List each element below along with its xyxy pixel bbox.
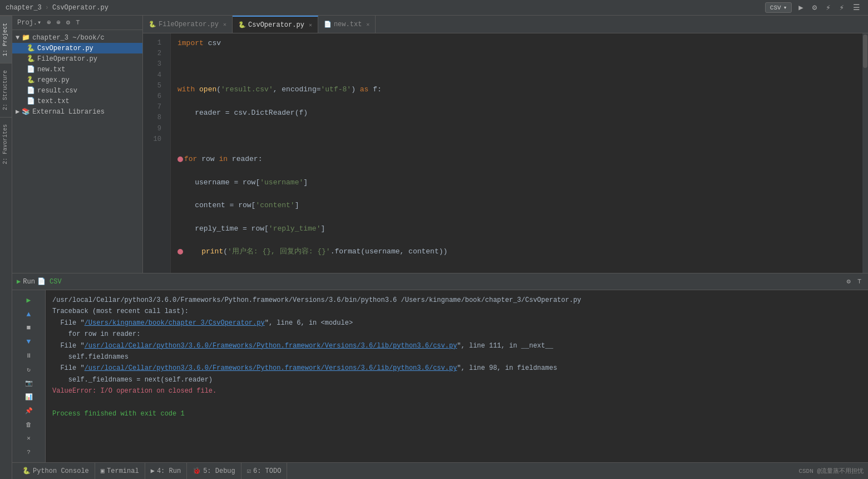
output-line-6: self.fieldnames — [52, 351, 861, 363]
run-pin-icon[interactable]: ⊤ — [855, 276, 864, 287]
tree-item-texttxt[interactable]: 📄 text.txt — [12, 96, 142, 106]
reload-icon[interactable]: ⚙ — [810, 2, 819, 13]
run-title-icon: ▶ — [17, 277, 21, 286]
status-tab-run[interactable]: ▶ 4: Run — [145, 463, 187, 479]
traceback-link-3[interactable]: /usr/local/Cellar/python3/3.6.0/Framewor… — [85, 364, 457, 372]
run-trash-btn[interactable]: 🗑 — [21, 419, 37, 431]
tree-item-fileoperator[interactable]: 🐍 FileOperator.py — [12, 53, 142, 64]
output-line-blank — [52, 397, 861, 408]
close-newtxt[interactable]: ✕ — [366, 21, 369, 28]
add-icon[interactable]: ⊕ — [55, 18, 62, 27]
run-graph-btn[interactable]: 📊 — [21, 391, 37, 403]
tree-item-csvoperator[interactable]: 🐍 CsvOperator.py — [12, 43, 142, 53]
title-bar-right: CSV ▾ ▶ ⚙ ⚡ ⚡ ☰ — [765, 2, 862, 13]
folder-icon: 📁 — [22, 33, 30, 42]
txt-icon-text: 📄 — [27, 97, 35, 105]
run-down-btn[interactable]: ▼ — [21, 336, 37, 348]
py-file-icon-2: 🐍 — [27, 55, 35, 63]
run-snapshot-btn[interactable]: 📷 — [21, 378, 37, 389]
run-pause-btn[interactable]: ⏸ — [21, 350, 37, 361]
csv-run-button[interactable]: CSV ▾ — [765, 2, 792, 13]
sidebar-toolbar: Proj.▾ ⊕ ⊕ ⚙ ⊤ — [12, 16, 142, 30]
side-tabs-panel: 1: Project 2: Structure 2: Favorites — [0, 16, 12, 479]
tree-item-chapter3[interactable]: ▼ 📁 chapter_3 ~/book/c — [12, 32, 142, 43]
project-tree: ▼ 📁 chapter_3 ~/book/c 🐍 CsvOperator.py … — [12, 30, 142, 273]
output-line-exit: Process finished with exit code 1 — [52, 408, 861, 419]
sync-icon[interactable]: ⊕ — [45, 18, 52, 27]
editor-scrollbar[interactable] — [862, 33, 868, 273]
run-settings-icon[interactable]: ⚙ — [845, 276, 853, 287]
close-csvoperator[interactable]: ✕ — [309, 22, 312, 28]
output-line-7: File "/usr/local/Cellar/python3/3.6.0/Fr… — [52, 363, 861, 374]
run-reload-btn[interactable]: ↻ — [21, 364, 37, 375]
tree-item-external-libs[interactable]: ▶ 📚 External Libraries — [12, 106, 142, 117]
python-console-label: Python Console — [33, 467, 89, 475]
settings-icon[interactable]: ⚙ — [65, 18, 72, 27]
folder-expand-icon: ▼ — [16, 34, 19, 42]
breadcrumb-file: CsvOperator.py — [52, 4, 108, 12]
breadcrumb-project: chapter_3 — [6, 4, 42, 12]
folder-collapse-icon: ▶ — [16, 107, 19, 116]
side-tab-structure[interactable]: 2: Structure — [0, 63, 12, 117]
menu-icon[interactable]: ☰ — [851, 2, 862, 13]
watermark: CSDN @流量蒸不用担忧 — [798, 467, 864, 475]
run-tab-icon: ▶ — [151, 467, 155, 475]
status-tab-todo[interactable]: ☑ 6: TODO — [241, 463, 288, 479]
tab-fileoperator[interactable]: 🐍 FileOperator.py ✕ — [143, 16, 233, 33]
run-play-btn[interactable]: ▶ — [21, 295, 37, 306]
status-tab-python-console[interactable]: 🐍 Python Console — [17, 463, 95, 479]
coverage-icon[interactable]: ⚡ — [837, 2, 846, 13]
scrollbar-thumb[interactable] — [863, 35, 867, 68]
run-up-btn[interactable]: ▲ — [21, 309, 37, 320]
run-pin-btn[interactable]: 📌 — [21, 405, 37, 417]
run-output: /usr/local/Cellar/python3/3.6.0/Framewor… — [46, 290, 868, 462]
close-fileoperator[interactable]: ✕ — [223, 21, 226, 28]
editor-and-sidebar: Proj.▾ ⊕ ⊕ ⚙ ⊤ ▼ 📁 chapter_3 ~/book/c 🐍 — [12, 16, 868, 273]
tree-item-regex[interactable]: 🐍 regex.py — [12, 75, 142, 85]
run-panel: ▶ Run 📄 CSV ⚙ ⊤ ▶ ▲ ■ ▼ ⏸ ↻ 📷 — [12, 273, 868, 462]
tab-csvoperator[interactable]: 🐍 CsvOperator.py ✕ — [233, 16, 318, 33]
output-line-error: ValueError: I/O operation on closed file… — [52, 385, 861, 397]
txt-icon: 📄 — [27, 65, 35, 74]
debug-icon[interactable]: ⚡ — [823, 2, 832, 13]
run-panel-header: ▶ Run 📄 CSV ⚙ ⊤ — [12, 273, 868, 290]
py-icon-regex: 🐍 — [27, 76, 35, 84]
output-line-5: File "/usr/local/Cellar/python3/3.6.0/Fr… — [52, 340, 861, 351]
run-config-label: 📄 CSV — [37, 277, 62, 286]
tab-newtxt[interactable]: 📄 new.txt ✕ — [318, 16, 376, 33]
todo-tab-icon: ☑ — [247, 467, 251, 475]
run-title: ▶ Run 📄 CSV — [17, 277, 62, 286]
debug-tab-label: 5: Debug — [203, 467, 235, 475]
collapse-icon[interactable]: ⊤ — [74, 18, 81, 27]
traceback-link-2[interactable]: /usr/local/Cellar/python3/3.6.0/Framewor… — [85, 342, 457, 350]
title-bar: chapter_3 › CsvOperator.py CSV ▾ ▶ ⚙ ⚡ ⚡… — [0, 0, 868, 16]
traceback-link-1[interactable]: /Users/kingname/book/chapter_3/CsvOperat… — [85, 319, 265, 327]
editor-area: 🐍 FileOperator.py ✕ 🐍 CsvOperator.py ✕ 📄… — [143, 16, 868, 273]
csv-dropdown-arrow: ▾ — [783, 4, 787, 11]
tabs-bar: 🐍 FileOperator.py ✕ 🐍 CsvOperator.py ✕ 📄… — [143, 16, 868, 33]
code-content[interactable]: import csv with open('result.csv', encod… — [171, 33, 862, 273]
status-tab-debug[interactable]: 🐞 5: Debug — [187, 463, 241, 479]
output-line-2: Traceback (most recent call last): — [52, 306, 861, 317]
run-icon[interactable]: ▶ — [796, 2, 805, 13]
run-controls: ▶ ▲ ■ ▼ ⏸ ↻ 📷 📊 📌 🗑 ✕ ? — [12, 290, 46, 462]
status-tab-terminal[interactable]: ▣ Terminal — [95, 463, 145, 479]
python-icon: 🐍 — [22, 467, 31, 475]
inner-area: Proj.▾ ⊕ ⊕ ⚙ ⊤ ▼ 📁 chapter_3 ~/book/c 🐍 — [12, 16, 868, 479]
py-file-icon: 🐍 — [27, 44, 35, 52]
tree-item-newtxt[interactable]: 📄 new.txt — [12, 64, 142, 75]
run-question-btn[interactable]: ? — [21, 446, 37, 458]
run-x-btn[interactable]: ✕ — [21, 433, 37, 444]
main-area: 1: Project 2: Structure 2: Favorites Pro… — [0, 16, 868, 479]
line-numbers: 1 2 3 4 5 6 7 8 9 10 — [143, 33, 171, 273]
output-line-4: for row in reader: — [52, 329, 861, 340]
tree-item-resultcsv[interactable]: 📄 result.csv — [12, 85, 142, 96]
side-tab-favorites[interactable]: 2: Favorites — [0, 117, 12, 171]
todo-tab-label: 6: TODO — [253, 467, 281, 475]
side-tab-project[interactable]: 1: Project — [0, 16, 12, 63]
run-stop-btn[interactable]: ■ — [21, 322, 37, 334]
run-label: Run — [23, 278, 35, 286]
csv-label: CSV — [770, 4, 781, 11]
output-line-1: /usr/local/Cellar/python3/3.6.0/Framewor… — [52, 295, 861, 306]
terminal-label: Terminal — [107, 467, 139, 475]
